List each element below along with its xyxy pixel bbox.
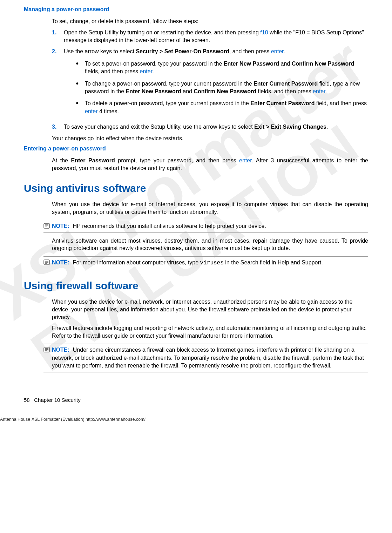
page-footer: 58 Chapter 10 Security	[24, 397, 368, 403]
note-firewall: NOTE:Under some circumstances a firewall…	[43, 344, 368, 372]
firewall-p1: When you use the device for e-mail, netw…	[52, 298, 368, 321]
note-antivirus-1: NOTE:HP recommends that you install anti…	[43, 220, 368, 232]
bullet-change: ● To change a power-on password, type yo…	[76, 80, 368, 96]
page-number: 58	[24, 397, 30, 403]
key-enter: enter	[313, 88, 325, 94]
step-number: 2.	[52, 48, 64, 120]
bullet-set: ● To set a power-on password, type your …	[76, 60, 368, 76]
note-content: NOTE:For more information about computer…	[52, 259, 368, 267]
step-2: 2. Use the arrow keys to select Security…	[52, 48, 368, 120]
key-enter: enter	[85, 108, 97, 114]
key-f10: f10	[260, 29, 268, 35]
steps-list: 1. Open the Setup Utility by turning on …	[52, 29, 368, 131]
step-1: 1. Open the Setup Utility by turning on …	[52, 29, 368, 45]
bullet-text: To set a power-on password, type your pa…	[85, 60, 368, 76]
heading-antivirus: Using antivirus software	[24, 182, 368, 194]
chapter-label: Chapter 10 Security	[34, 397, 81, 403]
firewall-p2: Firewall features include logging and re…	[52, 324, 368, 339]
bullet-text: To change a power-on password, type your…	[85, 80, 368, 96]
key-enter: enter	[140, 68, 153, 74]
note-antivirus-2: NOTE:For more information about computer…	[43, 256, 368, 269]
heading-firewall: Using firewall software	[24, 280, 368, 292]
bullet-text: To delete a power-on password, type your…	[85, 100, 368, 115]
bullet-icon: ●	[76, 60, 85, 76]
step-text: Open the Setup Utility by turning on or …	[64, 29, 368, 45]
note-content: NOTE:Under some circumstances a firewall…	[52, 346, 368, 370]
heading-managing-password: Managing a power-on password	[24, 6, 368, 13]
note-icon	[43, 346, 52, 370]
note-label: NOTE:	[52, 223, 69, 229]
sub-bullets: ● To set a power-on password, type your …	[76, 60, 368, 115]
note-label: NOTE:	[52, 347, 69, 353]
antivirus-p1: When you use the device for e-mail or In…	[52, 201, 368, 216]
key-enter: enter	[239, 157, 252, 163]
step-3: 3. To save your changes and exit the Set…	[52, 123, 368, 131]
step-text: Use the arrow keys to select Security > …	[64, 48, 368, 120]
formatter-credit: Antenna House XSL Formatter (Evaluation)…	[0, 417, 368, 422]
page-content: Managing a power-on password To set, cha…	[0, 0, 392, 436]
code-viruses: viruses	[200, 260, 224, 266]
note-icon	[43, 259, 52, 267]
note-label: NOTE:	[52, 259, 69, 265]
bullet-icon: ●	[76, 80, 85, 96]
managing-outro: Your changes go into effect when the dev…	[52, 135, 368, 142]
step-number: 1.	[52, 29, 64, 45]
note-icon	[43, 222, 52, 230]
step-number: 3.	[52, 123, 64, 131]
heading-entering-password: Entering a power-on password	[24, 146, 368, 152]
bullet-delete: ● To delete a power-on password, type yo…	[76, 100, 368, 115]
bullet-icon: ●	[76, 100, 85, 115]
entering-text: At the Enter Password prompt, type your …	[52, 157, 368, 172]
note-content: NOTE:HP recommends that you install anti…	[52, 222, 368, 230]
antivirus-p2: Antivirus software can detect most virus…	[52, 237, 368, 252]
managing-intro: To set, change, or delete this password,…	[52, 18, 368, 25]
key-enter: enter	[271, 48, 284, 54]
step-text: To save your changes and exit the Setup …	[64, 123, 368, 131]
